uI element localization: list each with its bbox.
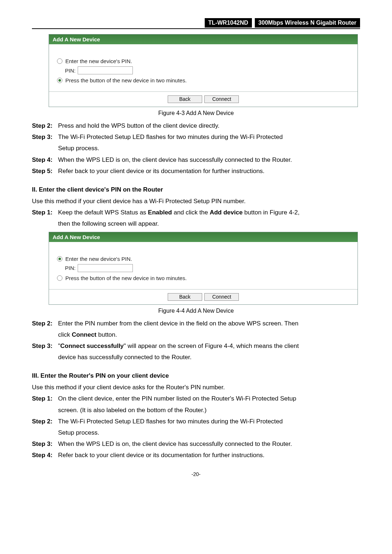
section-ii-head: II. Enter the client device's PIN on the… [32, 186, 360, 193]
opt-press-button-label: Press the button of the new device in tw… [65, 275, 187, 281]
step-label: Step 2: [32, 319, 58, 328]
step-label: Step 2: [32, 121, 58, 131]
step-label: Step 3: [32, 439, 58, 449]
step-text: The Wi-Fi Protected Setup LED flashes fo… [58, 132, 360, 142]
step-label: Step 1: [32, 394, 58, 403]
step-text-cont: screen. (It is also labeled on the botto… [58, 405, 360, 415]
step-text: The Wi-Fi Protected Setup LED flashes fo… [58, 416, 360, 426]
back-button[interactable]: Back [168, 95, 202, 103]
add-device-panel-1: Add A New Device Enter the new device's … [49, 34, 358, 107]
back-button[interactable]: Back [168, 293, 202, 301]
connect-button[interactable]: Connect [204, 293, 239, 301]
section-iii-head: III. Enter the Router's PIN on your clie… [32, 372, 360, 379]
step-label: Step 2: [32, 416, 58, 426]
panel-title: Add A New Device [49, 34, 358, 44]
step-label: Step 3: [32, 132, 58, 142]
step-text: Press and hold the WPS button of the cli… [58, 121, 360, 131]
pin-label: PIN: [65, 67, 75, 74]
step-text-cont: click Connect button. [58, 330, 360, 340]
step-text: Keep the default WPS Status as Enabled a… [58, 208, 360, 217]
step-text: Enter the PIN number from the client dev… [58, 319, 360, 328]
radio-enter-pin[interactable] [57, 58, 62, 64]
step-text-cont: device has successfully connected to the… [58, 352, 360, 362]
radio-press-button[interactable] [57, 78, 62, 83]
step-label: Step 4: [32, 450, 58, 460]
add-device-panel-2: Add A New Device Enter the new device's … [49, 232, 358, 305]
page-number: -20- [32, 471, 360, 477]
figure-caption-4-4: Figure 4-4 Add A New Device [32, 308, 360, 314]
radio-enter-pin[interactable] [57, 256, 62, 262]
header-product: 300Mbps Wireless N Gigabit Router [255, 18, 360, 28]
step-text-cont: Setup process. [58, 143, 360, 153]
connect-button[interactable]: Connect [204, 95, 239, 103]
step-label: Step 3: [32, 341, 58, 351]
step-label: Step 1: [32, 208, 58, 217]
step-text: "Connect successfully" will appear on th… [58, 341, 360, 351]
header-model: TL-WR1042ND [205, 18, 252, 28]
step-text: On the client device, enter the PIN numb… [58, 394, 360, 403]
pin-input[interactable] [78, 264, 133, 272]
opt-enter-pin-label: Enter the new device's PIN. [65, 256, 132, 262]
step-label: Step 4: [32, 155, 58, 165]
step-text: When the WPS LED is on, the client devic… [58, 439, 360, 449]
pin-label: PIN: [65, 265, 75, 271]
step-text: Refer back to your client device or its … [58, 450, 360, 460]
opt-press-button-label: Press the button of the new device in tw… [65, 77, 187, 83]
doc-header: TL-WR1042ND 300Mbps Wireless N Gigabit R… [32, 18, 360, 29]
figure-caption-4-3: Figure 4-3 Add A New Device [32, 110, 360, 116]
step-text-cont: Setup process. [58, 428, 360, 438]
step-text-cont: then the following screen will appear. [58, 219, 360, 229]
radio-press-button[interactable] [57, 275, 62, 281]
step-text: Refer back to your client device or its … [58, 166, 360, 176]
step-text: When the WPS LED is on, the client devic… [58, 155, 360, 165]
section-iii-intro: Use this method if your client device as… [32, 382, 360, 392]
opt-enter-pin-label: Enter the new device's PIN. [65, 58, 132, 64]
panel-title: Add A New Device [49, 232, 358, 242]
section-ii-intro: Use this method if your client device ha… [32, 196, 360, 206]
step-label: Step 5: [32, 166, 58, 176]
pin-input[interactable] [78, 66, 133, 74]
